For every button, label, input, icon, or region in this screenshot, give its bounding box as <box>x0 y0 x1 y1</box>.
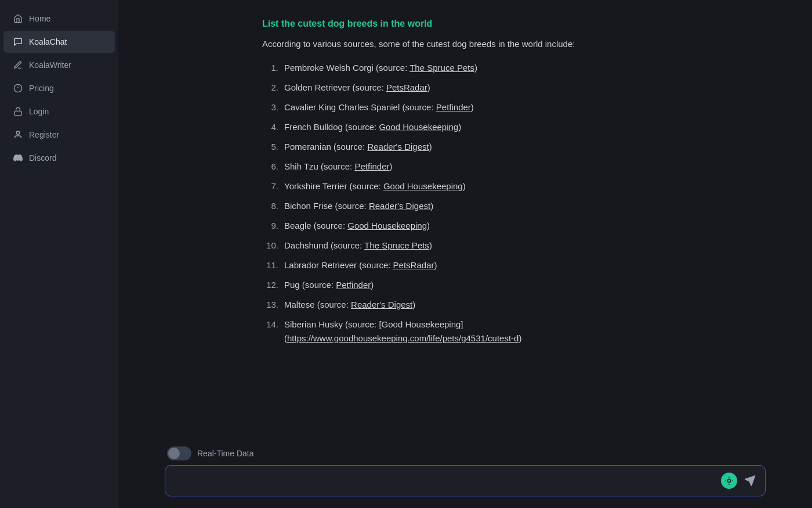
chat-input-container <box>165 465 766 496</box>
bottom-area: Real-Time Data <box>118 441 812 508</box>
main-content: List the cutest dog breeds in the world … <box>118 0 812 508</box>
list-item: 5. Pomeranian (source: Reader's Digest) <box>262 137 668 157</box>
sidebar-item-login[interactable]: Login <box>3 100 115 123</box>
sidebar-item-discord-label: Discord <box>29 153 56 163</box>
source-link-9[interactable]: Good Housekeeping <box>347 221 427 230</box>
svg-marker-7 <box>745 476 755 486</box>
source-link-3[interactable]: Petfinder <box>436 102 471 112</box>
source-link-4[interactable]: Good Housekeeping <box>379 122 458 132</box>
source-link-7[interactable]: Good Housekeeping <box>383 181 463 191</box>
source-link-13[interactable]: Reader's Digest <box>351 300 412 309</box>
sidebar-item-koalachat-label: KoalaChat <box>29 37 67 46</box>
sidebar-item-register[interactable]: Register <box>3 124 115 146</box>
realtime-toggle-label: Real-Time Data <box>197 449 254 458</box>
list-item: 6. Shih Tzu (source: Petfinder) <box>262 157 668 176</box>
chat-input[interactable] <box>173 476 715 486</box>
sidebar-item-home-label: Home <box>29 14 50 23</box>
realtime-toggle-row: Real-Time Data <box>167 446 766 460</box>
sidebar-item-koalawriter-label: KoalaWriter <box>29 60 71 70</box>
svg-rect-3 <box>14 111 21 115</box>
list-item: 2. Golden Retriever (source: PetsRadar) <box>262 78 668 98</box>
source-link-12[interactable]: Petfinder <box>336 280 371 290</box>
svg-point-4 <box>16 131 19 134</box>
list-item: 12. Pug (source: Petfinder) <box>262 275 668 295</box>
sidebar-item-pricing[interactable]: Pricing <box>3 77 115 99</box>
response-intro: According to various sources, some of th… <box>262 37 668 51</box>
list-item: 9. Beagle (source: Good Housekeeping) <box>262 216 668 236</box>
message-block: List the cutest dog breeds in the world … <box>262 19 668 348</box>
list-item: 14. Siberian Husky (source: [Good Housek… <box>262 315 668 348</box>
user-icon <box>13 129 23 140</box>
list-item: 8. Bichon Frise (source: Reader's Digest… <box>262 196 668 216</box>
source-link-14[interactable]: https://www.goodhousekeeping.com/life/pe… <box>287 333 519 343</box>
realtime-toggle-switch[interactable] <box>167 446 191 460</box>
lock-icon <box>13 106 23 117</box>
source-link-6[interactable]: Petfinder <box>354 161 389 171</box>
sidebar-item-pricing-label: Pricing <box>29 84 54 93</box>
source-link-8[interactable]: Reader's Digest <box>369 201 430 211</box>
sidebar-item-login-label: Login <box>29 107 49 116</box>
response-list: 1. Pembroke Welsh Corgi (source: The Spr… <box>262 58 668 348</box>
home-icon <box>13 13 23 24</box>
source-link-1[interactable]: The Spruce Pets <box>409 63 474 73</box>
source-link-2[interactable]: PetsRadar <box>386 82 427 92</box>
svg-point-5 <box>727 479 730 482</box>
koala-icon-button[interactable] <box>721 473 737 489</box>
list-item: 3. Cavalier King Charles Spaniel (source… <box>262 98 668 117</box>
list-item: 10. Dachshund (source: The Spruce Pets) <box>262 236 668 255</box>
sidebar-item-register-label: Register <box>29 130 59 139</box>
list-item: 7. Yorkshire Terrier (source: Good House… <box>262 176 668 196</box>
toggle-knob <box>168 448 180 459</box>
chat-icon <box>13 37 23 47</box>
source-link-5[interactable]: Reader's Digest <box>367 142 429 152</box>
sidebar-item-discord[interactable]: Discord <box>3 147 115 169</box>
response-title: List the cutest dog breeds in the world <box>262 19 668 29</box>
source-link-10[interactable]: The Spruce Pets <box>364 240 429 250</box>
sidebar: Home KoalaChat KoalaWriter Pricing Login… <box>0 0 118 508</box>
sidebar-item-koalachat[interactable]: KoalaChat <box>3 31 115 53</box>
list-item: 4. French Bulldog (source: Good Housekee… <box>262 117 668 137</box>
list-item: 1. Pembroke Welsh Corgi (source: The Spr… <box>262 58 668 78</box>
writer-icon <box>13 60 23 70</box>
sidebar-item-home[interactable]: Home <box>3 8 115 30</box>
list-item: 11. Labrador Retriever (source: PetsRada… <box>262 255 668 275</box>
send-button[interactable] <box>743 474 757 488</box>
pricing-icon <box>13 83 23 93</box>
list-item: 13. Maltese (source: Reader's Digest) <box>262 295 668 315</box>
sidebar-item-koalawriter[interactable]: KoalaWriter <box>3 54 115 76</box>
source-link-11[interactable]: PetsRadar <box>393 260 434 270</box>
chat-area: List the cutest dog breeds in the world … <box>118 0 812 441</box>
discord-icon <box>13 153 23 163</box>
